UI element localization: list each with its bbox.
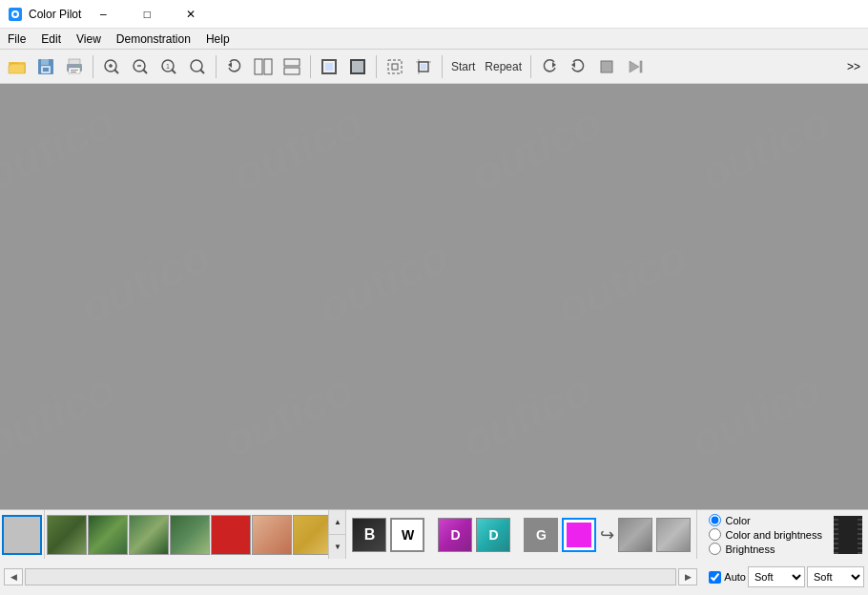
watermark-8: outico xyxy=(0,362,123,468)
d1-tool-button[interactable]: D xyxy=(438,518,472,552)
canvas-area[interactable]: outico outico outico outico outico outic… xyxy=(0,84,868,509)
menu-help[interactable]: Help xyxy=(198,31,238,48)
save-button[interactable] xyxy=(32,53,59,80)
w-label: W xyxy=(402,527,414,543)
minimize-button[interactable]: – xyxy=(81,0,125,29)
auto-checkbox-label[interactable]: Auto xyxy=(709,571,746,584)
svg-rect-13 xyxy=(71,70,78,71)
soft-select-1[interactable]: Soft Hard None xyxy=(748,566,805,587)
radio-brightness-label: Brightness xyxy=(725,544,775,555)
toolbar-separator-5 xyxy=(442,55,443,78)
selection-button[interactable] xyxy=(382,53,408,80)
thumbnail-6[interactable] xyxy=(252,515,292,555)
watermark-5: outico xyxy=(72,229,218,335)
thumb-scroll-down[interactable]: ▼ xyxy=(329,535,345,560)
g-label: G xyxy=(536,527,547,543)
toolbar-more[interactable]: >> xyxy=(843,60,864,73)
svg-rect-37 xyxy=(388,60,402,73)
thumbnail-5[interactable] xyxy=(211,515,251,555)
nav-left[interactable]: ◀ xyxy=(4,568,23,585)
menu-view[interactable]: View xyxy=(69,31,109,48)
svg-rect-9 xyxy=(43,68,49,72)
save-icon xyxy=(37,58,54,75)
frame-alt-button[interactable] xyxy=(344,53,371,80)
w-tool-button[interactable]: W xyxy=(390,518,424,552)
svg-rect-31 xyxy=(284,59,300,66)
d2-tool-button[interactable]: D xyxy=(476,518,510,552)
toolbar: 1 xyxy=(0,50,868,84)
rotate-ccw-icon xyxy=(541,58,558,75)
stop-button[interactable] xyxy=(593,53,620,80)
end-button[interactable] xyxy=(622,53,649,80)
g-tool-button[interactable]: G xyxy=(524,518,558,552)
close-button[interactable]: ✕ xyxy=(169,0,213,29)
zoom-100-button[interactable] xyxy=(184,53,211,80)
open-button[interactable] xyxy=(4,53,31,80)
thumbnail-4[interactable] xyxy=(170,515,210,555)
thumbnail-3[interactable] xyxy=(129,515,169,555)
svg-rect-40 xyxy=(421,64,426,70)
watermark-11: outico xyxy=(682,362,829,468)
maximize-button[interactable]: □ xyxy=(125,0,169,29)
radio-color-label: Color xyxy=(725,515,750,526)
stop-icon xyxy=(598,58,615,75)
end-icon xyxy=(627,58,644,75)
zoom-in-button[interactable] xyxy=(98,53,125,80)
texture-button-2[interactable] xyxy=(656,518,691,552)
watermark-4: outico xyxy=(692,95,838,201)
arrow-tool[interactable]: ↪ xyxy=(600,524,614,545)
watermark-1: outico xyxy=(0,95,123,201)
auto-label: Auto xyxy=(724,571,746,583)
zoom-out-button[interactable] xyxy=(127,53,154,80)
thumbnail-7[interactable] xyxy=(293,515,328,555)
nav-right[interactable]: ▶ xyxy=(678,568,697,585)
watermark-9: outico xyxy=(215,362,362,468)
svg-marker-44 xyxy=(571,62,575,68)
bottom-strip: ▲ ▼ B W D D xyxy=(0,510,868,559)
start-label: Start xyxy=(447,60,479,73)
undo-button[interactable] xyxy=(221,53,248,80)
b-tool-button[interactable]: B xyxy=(352,518,386,552)
crop-button[interactable] xyxy=(410,53,437,80)
radio-brightness-input[interactable] xyxy=(709,543,721,555)
menu-edit[interactable]: Edit xyxy=(33,31,69,48)
split-h-button[interactable] xyxy=(250,53,277,80)
rotate-cw-button[interactable] xyxy=(565,53,591,80)
rotate-ccw-button[interactable] xyxy=(536,53,563,80)
thumbnail-1[interactable] xyxy=(47,515,87,555)
titlebar: Color Pilot – □ ✕ xyxy=(0,0,868,29)
radio-color-brightness-input[interactable] xyxy=(709,528,721,541)
zoom-fit-button[interactable]: 1 xyxy=(155,53,182,80)
toolbar-separator-4 xyxy=(376,55,377,78)
radio-color[interactable]: Color xyxy=(709,514,822,526)
repeat-label: Repeat xyxy=(481,60,526,73)
progress-bar xyxy=(25,568,676,585)
menubar: File Edit View Demonstration Help xyxy=(0,29,868,50)
auto-checkbox[interactable] xyxy=(709,571,721,584)
radio-color-brightness[interactable]: Color and brightness xyxy=(709,528,822,541)
frame-icon xyxy=(320,58,338,75)
thumbnail-2[interactable] xyxy=(88,515,128,555)
radio-color-input[interactable] xyxy=(709,514,721,526)
toolbar-separator-3 xyxy=(310,55,311,78)
svg-line-25 xyxy=(172,70,176,73)
soft-select-2[interactable]: Soft Hard None xyxy=(807,566,864,587)
thumbnail-0[interactable] xyxy=(2,515,42,555)
svg-rect-34 xyxy=(325,63,333,71)
magenta-tool-button[interactable] xyxy=(562,518,596,552)
print-button[interactable] xyxy=(61,53,88,80)
svg-rect-38 xyxy=(392,64,398,70)
filmstrip-button[interactable] xyxy=(834,516,862,554)
menu-demonstration[interactable]: Demonstration xyxy=(109,31,198,48)
radio-brightness[interactable]: Brightness xyxy=(709,543,822,555)
toolbar-separator-2 xyxy=(216,55,217,78)
texture-button-1[interactable] xyxy=(618,518,652,552)
thumb-scroll-up[interactable]: ▲ xyxy=(329,510,345,535)
frame-button[interactable] xyxy=(316,53,342,80)
d2-label: D xyxy=(488,527,498,543)
radio-group: Color Color and brightness Brightness xyxy=(703,512,828,557)
watermark-7: outico xyxy=(548,229,695,335)
split-v-button[interactable] xyxy=(279,53,305,80)
frame-alt-icon xyxy=(349,58,366,75)
menu-file[interactable]: File xyxy=(0,31,33,48)
